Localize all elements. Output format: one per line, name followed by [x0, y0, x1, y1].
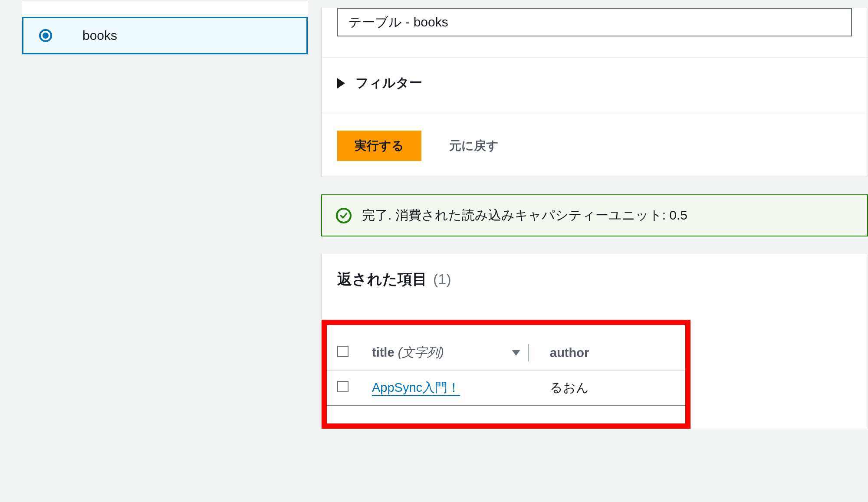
success-flashbar: 完了. 消費された読み込みキャパシティーユニット: 0.5 [321, 194, 868, 236]
column-author-label: author [550, 346, 589, 360]
divider [322, 57, 868, 58]
row-title-cell: AppSync入門！ [362, 371, 539, 406]
column-header-title[interactable]: title (文字列) [362, 335, 539, 371]
caret-right-icon [337, 78, 345, 89]
action-buttons: 実行する 元に戻す [337, 131, 852, 161]
radio-selected-icon[interactable] [39, 29, 52, 42]
run-button[interactable]: 実行する [337, 131, 421, 161]
flash-message: 完了. 消費された読み込みキャパシティーユニット: 0.5 [362, 207, 687, 224]
column-title-type: (文字列) [398, 345, 444, 359]
table-list-item-books[interactable]: books [22, 17, 308, 54]
select-all-header[interactable] [327, 335, 362, 371]
table-list-sidebar: books [22, 0, 308, 55]
row-checkbox-cell[interactable] [327, 371, 362, 406]
table-row[interactable]: AppSync入門！ るおん [327, 371, 685, 406]
sort-desc-icon[interactable] [512, 350, 520, 356]
results-panel: 返された項目 (1) title (文字列) [321, 254, 868, 429]
table-list-item-label: books [82, 28, 117, 43]
table-header-row: title (文字列) author [327, 335, 685, 371]
divider [322, 113, 868, 113]
checkbox-icon[interactable] [337, 381, 349, 392]
radio-dot-icon [43, 33, 49, 39]
results-count: (1) [433, 271, 451, 288]
main-panel: テーブル - books フィルター 実行する 元に戻す 完了. 消費された読み… [321, 0, 868, 429]
item-title-link[interactable]: AppSync入門！ [372, 381, 460, 396]
check-circle-icon [336, 208, 352, 223]
results-table-highlight: title (文字列) author [322, 320, 690, 429]
results-table: title (文字列) author [327, 335, 685, 406]
table-list: books [22, 0, 308, 55]
table-select[interactable]: テーブル - books [337, 8, 852, 36]
query-panel: テーブル - books フィルター 実行する 元に戻す [321, 8, 868, 177]
filter-label: フィルター [355, 74, 422, 92]
table-list-header-spacer [22, 0, 308, 17]
reset-button[interactable]: 元に戻す [449, 138, 499, 154]
column-header-author[interactable]: author [539, 335, 685, 371]
results-heading: 返された項目 (1) [322, 269, 868, 289]
results-title: 返された項目 [337, 269, 427, 289]
filter-toggle[interactable]: フィルター [337, 74, 852, 92]
row-author-cell: るおん [539, 371, 685, 406]
table-select-value: テーブル - books [349, 13, 448, 31]
checkbox-icon[interactable] [337, 346, 349, 357]
column-title-label: title [372, 345, 395, 359]
